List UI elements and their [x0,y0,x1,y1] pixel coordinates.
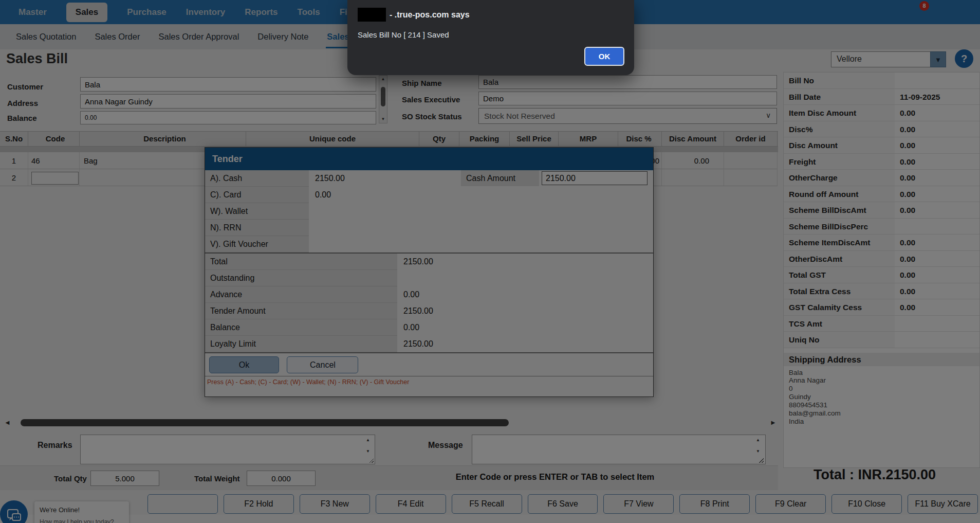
redacted-site-prefix [358,8,386,22]
modal-dim-overlay [0,0,980,523]
alert-message: Sales Bill No [ 214 ] Saved [358,30,624,39]
alert-ok-button[interactable]: OK [584,47,624,66]
browser-alert-dialog: - .true-pos.com says Sales Bill No [ 214… [347,0,634,75]
alert-site-text: - .true-pos.com says [390,10,470,20]
